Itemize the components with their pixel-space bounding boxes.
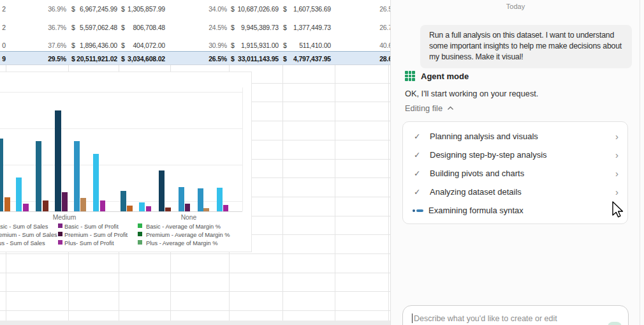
bar[interactable]: [43, 200, 48, 211]
bar[interactable]: [217, 188, 223, 211]
legend-entry: Basic - Sum of Profit: [64, 223, 119, 230]
bar[interactable]: [93, 154, 99, 211]
cell-p2[interactable]: 26.5%: [182, 54, 227, 64]
task-row[interactable]: ✓Planning analysis and visuals›: [403, 127, 627, 146]
bar[interactable]: [203, 208, 209, 211]
cell-c1[interactable]: $6,967,245.99: [71, 4, 117, 14]
cell-p1[interactable]: 29.5%: [22, 54, 66, 64]
agent-mode-label: Agent mode: [421, 72, 469, 81]
cell-a[interactable]: 2: [0, 4, 6, 14]
currency-amount: 1,305,857.99: [128, 4, 165, 14]
currency-symbol: $: [121, 41, 125, 50]
bar[interactable]: [4, 197, 10, 211]
cell-p1[interactable]: 36.7%: [22, 23, 66, 33]
currency-amount: 20,511,921.02: [77, 54, 117, 64]
currency-symbol: $: [71, 4, 75, 14]
user-message-text: Run a full analysis on this dataset. I w…: [429, 31, 622, 61]
cell-c1[interactable]: $5,597,062.48: [71, 23, 117, 33]
cell-p2[interactable]: 34.0%: [182, 4, 227, 14]
send-button-sliver[interactable]: [608, 322, 622, 325]
editing-file-toggle[interactable]: Editing file: [405, 103, 454, 113]
cell-c2[interactable]: $806,708.48: [121, 23, 165, 33]
bar[interactable]: [223, 205, 228, 211]
currency-amount: 4,797,437.95: [293, 54, 331, 64]
bar[interactable]: [139, 202, 145, 211]
bar[interactable]: [179, 187, 184, 211]
bar[interactable]: [121, 191, 126, 211]
cell-c4[interactable]: $511,410.00: [283, 41, 331, 50]
currency-amount: 404,072.00: [133, 41, 165, 50]
currency-symbol: $: [231, 4, 235, 14]
task-row[interactable]: ✓Building pivots and charts›: [403, 164, 627, 183]
legend-entry: Premium - Average of Margin %: [146, 232, 230, 238]
grid-line-horizontal: [0, 291, 390, 292]
legend-entry: Plus- Sum of Profit: [64, 240, 114, 246]
cell-c4[interactable]: $4,797,437.95: [283, 54, 331, 64]
category-label: Medium: [53, 214, 77, 221]
bar[interactable]: [55, 110, 61, 211]
category-label: None: [181, 214, 197, 221]
editing-file-label: Editing file: [405, 103, 443, 113]
cell-c3[interactable]: $9,945,389.73: [231, 23, 279, 33]
chat-input[interactable]: Describe what you'd like to create or ed…: [402, 305, 629, 325]
bar[interactable]: [146, 206, 151, 211]
bar[interactable]: [74, 141, 80, 211]
bar[interactable]: [127, 206, 133, 211]
chevron-right-icon[interactable]: ›: [615, 186, 618, 197]
currency-symbol: $: [283, 23, 287, 33]
table-row[interactable]: 236.7%$5,597,062.48$806,708.4824.5%$9,94…: [0, 23, 390, 33]
cell-a[interactable]: 9: [0, 54, 6, 64]
copilot-panel: Today Run a full analysis on this datase…: [390, 0, 644, 325]
bar[interactable]: [16, 178, 22, 211]
legend-entry: Plus - Average of Margin %: [146, 240, 217, 246]
table-row[interactable]: 929.5%$20,511,921.02$3,034,608.0226.5%$3…: [0, 54, 390, 64]
bar[interactable]: [23, 204, 29, 211]
cell-c4[interactable]: $1,607,536.69: [283, 4, 331, 14]
task-row[interactable]: ✓Designing step-by-step analysis›: [403, 146, 627, 164]
chevron-right-icon[interactable]: ›: [615, 168, 618, 179]
task-label: Building pivots and charts: [430, 169, 615, 178]
embedded-bar-chart[interactable]: MediumNone Basic - Sum of SalesPremium -…: [0, 72, 252, 252]
legend-entry: Basic - Average of Margin %: [146, 223, 221, 230]
task-row[interactable]: Examining formula syntax›: [403, 201, 627, 220]
currency-symbol: $: [71, 54, 75, 64]
cell-c2[interactable]: $3,034,608.02: [121, 54, 165, 64]
cell-p1[interactable]: 36.9%: [22, 4, 66, 14]
bar[interactable]: [0, 139, 3, 211]
cell-p2[interactable]: 24.5%: [182, 23, 227, 33]
bar[interactable]: [62, 192, 68, 211]
cell-p1[interactable]: 37.6%: [22, 41, 66, 50]
task-row[interactable]: ✓Analyzing dataset details›: [403, 183, 627, 201]
bar[interactable]: [80, 198, 86, 211]
spreadsheet-pane[interactable]: 236.9%$6,967,245.99$1,305,857.9934.0%$10…: [0, 0, 390, 325]
chevron-right-icon[interactable]: ›: [615, 131, 618, 142]
cell-c3[interactable]: $1,915,931.00: [231, 41, 279, 50]
legend-entry: Plus - Sum of Sales: [0, 240, 45, 246]
table-row[interactable]: 037.6%$1,896,436.00$404,072.0030.9%$1,91…: [0, 41, 390, 50]
conversation-date: Today: [391, 3, 640, 10]
table-row[interactable]: 236.9%$6,967,245.99$1,305,857.9934.0%$10…: [0, 4, 390, 14]
cell-c1[interactable]: $1,896,436.00: [71, 41, 117, 50]
chart-gridline: [0, 92, 242, 93]
cell-c4[interactable]: $1,377,449.73: [283, 23, 331, 33]
mouse-cursor: [611, 201, 627, 219]
bar[interactable]: [36, 141, 41, 211]
cell-c2[interactable]: $1,305,857.99: [121, 4, 165, 14]
agent-mode-row: Agent mode: [405, 71, 469, 81]
grid-line-horizontal: [0, 310, 390, 311]
cell-p2[interactable]: 30.9%: [182, 41, 227, 50]
cell-c3[interactable]: $10,687,026.69: [231, 4, 279, 14]
bar[interactable]: [159, 170, 165, 211]
currency-symbol: $: [71, 41, 75, 50]
bar[interactable]: [185, 204, 190, 211]
cell-c2[interactable]: $404,072.00: [121, 41, 165, 50]
chevron-right-icon[interactable]: ›: [615, 149, 618, 160]
bar[interactable]: [100, 200, 105, 211]
bar[interactable]: [165, 208, 171, 211]
legend-swatch: [138, 223, 142, 228]
cell-a[interactable]: 2: [0, 23, 6, 33]
cell-a[interactable]: 0: [0, 41, 6, 50]
cell-c1[interactable]: $20,511,921.02: [71, 54, 117, 64]
cell-c3[interactable]: $33,011,143.95: [231, 54, 279, 64]
bar[interactable]: [198, 188, 203, 211]
